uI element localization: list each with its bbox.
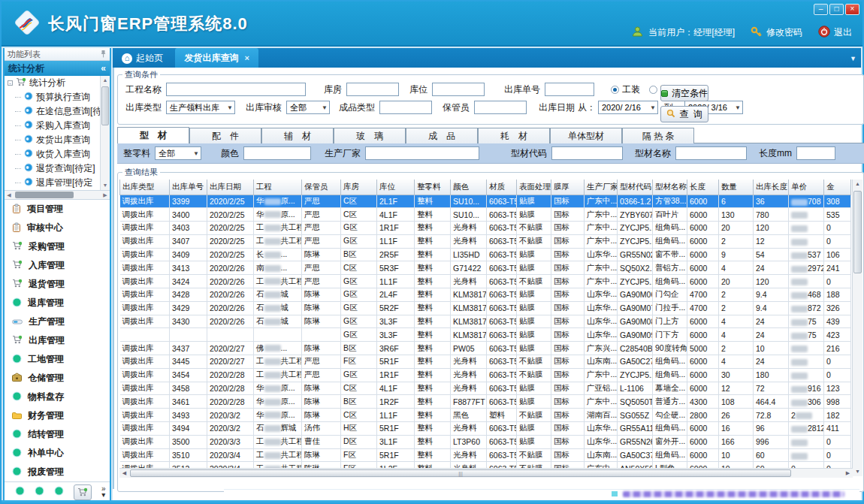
sidebar-item-结转管理[interactable]: 结转管理 <box>5 425 110 444</box>
column-header-出库长度[interactable]: 出库长度 <box>754 180 789 195</box>
tree-horizontal-scrollbar[interactable]: ◀ ▶ <box>5 191 110 200</box>
column-header-型材代码[interactable]: 型材代码 <box>618 180 653 195</box>
tree-root-statistics[interactable]: - 统计分析 <box>5 76 110 90</box>
dot-icon[interactable] <box>54 485 64 499</box>
sidebar-item-报废管理[interactable]: 报废管理 <box>5 463 110 481</box>
tree-item-预算执行查询[interactable]: 预算执行查询 <box>5 90 110 104</box>
table-row[interactable]: 调拨出库34612020/2/28华原...陈琳B区1R2F整料F8877FT6… <box>120 395 851 409</box>
column-header-表面处理[interactable]: 表面处理 <box>517 180 551 195</box>
close-button[interactable]: × <box>845 4 859 15</box>
profile-code-input[interactable] <box>551 146 623 160</box>
table-row[interactable]: 调拨出库34942020/3/2石辉城汤伟H区5R1F整料光身料6063-T5贴… <box>120 422 851 436</box>
keeper-input[interactable] <box>474 101 527 114</box>
maximize-button[interactable]: □ <box>829 4 844 15</box>
search-button[interactable]: 查 询 <box>660 106 708 122</box>
table-row[interactable]: 调拨出库35002020/3/3工共工程曹佳D区3L1F整料LT3P606063… <box>120 435 851 448</box>
tree-item-在途信息查询[待[interactable]: 在途信息查询[待 <box>5 104 110 119</box>
scroll-down-arrow[interactable]: ▼ <box>101 181 110 190</box>
tab-shipping-outbound-query[interactable]: 发货出库查询 × <box>175 48 258 68</box>
scroll-right-arrow[interactable]: ▶ <box>843 469 853 478</box>
column-header-库房[interactable]: 库房 <box>341 180 377 195</box>
scrollbar-thumb[interactable]: ||| <box>130 469 791 477</box>
tree-item-退货查询[待定][interactable]: 退货查询[待定] <box>5 161 110 176</box>
table-row[interactable]: G区3L3F整料KLM38176063-T5贴膜国标山东华...GA90M09.… <box>120 328 851 342</box>
tree-item-退库管理[待定[interactable]: 退库管理[待定 <box>5 176 110 190</box>
length-input[interactable] <box>796 146 835 160</box>
product-type-input[interactable] <box>379 101 432 114</box>
column-header-长度[interactable]: 长度 <box>687 180 719 195</box>
logout-button[interactable]: 退出 <box>818 26 852 40</box>
collapse-icon[interactable]: « <box>101 63 106 74</box>
material-tab-玻璃[interactable]: 玻 璃 <box>334 128 406 143</box>
tree-expander-icon[interactable]: - <box>8 80 13 86</box>
sidebar-item-财务管理[interactable]: 财务管理 <box>5 406 110 425</box>
scrollbar-thumb[interactable] <box>101 86 109 125</box>
column-header-出库日期[interactable]: 出库日期 <box>207 180 254 195</box>
dot-icon[interactable] <box>35 485 44 499</box>
sidebar-item-补单中心[interactable]: 补单中心 <box>5 444 110 463</box>
minimize-button[interactable]: – <box>814 4 828 15</box>
table-row[interactable]: 调拨出库34292020/2/26石城陈琳G区5R2F整料KLM38176063… <box>120 301 851 315</box>
material-tab-型材[interactable]: 型 材 <box>117 127 189 143</box>
sidebar-item-工地管理[interactable]: 工地管理 <box>5 350 110 369</box>
tree-vertical-scrollbar[interactable]: ▲ ▼ <box>100 76 110 190</box>
column-header-单价[interactable]: 单价 <box>789 180 824 195</box>
warehouse-input[interactable] <box>346 83 399 96</box>
tree-item-发货出库查询[interactable]: 发货出库查询 <box>5 133 110 147</box>
table-row[interactable]: 调拨出库34582020/2/28华原...陈琳C区4L1F整料光身料6063-… <box>120 382 851 395</box>
sidebar-item-退库管理[interactable]: 退库管理 <box>5 294 110 312</box>
tab-close-icon[interactable]: × <box>244 53 249 62</box>
tree-item-采购入库查询[interactable]: 采购入库查询 <box>5 119 110 133</box>
scroll-right-arrow[interactable]: ▶ <box>101 191 110 199</box>
material-tab-辅材[interactable]: 辅 材 <box>261 128 334 143</box>
whole-part-select[interactable]: 全部▼ <box>155 146 201 160</box>
profile-name-input[interactable] <box>675 146 747 160</box>
color-input[interactable] <box>243 146 311 160</box>
table-row[interactable]: 调拨出库33992020/2/25华原...严思C区2L1F整料SU10...6… <box>120 195 851 208</box>
sidebar-item-退货管理[interactable]: 退货管理 <box>5 275 110 294</box>
manufacturer-input[interactable] <box>365 146 479 160</box>
scroll-left-arrow[interactable]: ◀ <box>119 469 129 478</box>
sidebar-item-项目管理[interactable]: 项目管理 <box>5 200 110 219</box>
date-from-picker[interactable]: 2020/ 2/16▼ <box>598 101 658 114</box>
column-header-颜色[interactable]: 颜色 <box>451 180 487 195</box>
sidebar-item-审核中心[interactable]: 审核中心 <box>5 219 110 237</box>
material-tab-隔热条[interactable]: 隔 热 条 <box>622 128 694 143</box>
grid-horizontal-scrollbar[interactable]: ◀ ||| ▶ <box>119 468 853 478</box>
column-header-数量[interactable]: 数量 <box>719 180 754 195</box>
column-header-库位[interactable]: 库位 <box>377 180 415 195</box>
table-row[interactable]: 调拨出库34372020/2/27佛...陈琳B区3R6F整料PW056063-… <box>120 342 851 355</box>
overflow-button[interactable]: »▾ <box>101 486 106 498</box>
tab-home[interactable]: ⌂ 起始页 <box>113 49 172 68</box>
table-row[interactable]: 调拨出库35102020/3/4工共工程陈琳F区5R1F整料光身料6063-T5… <box>120 448 851 462</box>
column-header-出库类型[interactable]: 出库类型 <box>120 180 170 195</box>
table-row[interactable]: 调拨出库34092020/2/25长...陈琳B区2R5F整料LI35HD606… <box>120 248 851 261</box>
grid-vertical-scrollbar[interactable]: ▲ ▼ <box>852 180 862 476</box>
material-tab-配件[interactable]: 配 件 <box>189 128 261 143</box>
cart-button[interactable] <box>74 484 92 500</box>
section-header-statistics[interactable]: 统计分析 « <box>5 61 110 76</box>
table-row[interactable]: 调拨出库34932020/3/2华原...陈琳C区1L1F整料黑色塑料不贴膜国标… <box>120 409 851 422</box>
column-header-生产厂家[interactable]: 生产厂家 <box>585 180 618 195</box>
column-header-型材名称[interactable]: 型材名称 <box>653 180 687 195</box>
table-row[interactable]: 调拨出库34032020/2/25工共工程严思G区1R1F整料光身料6063-T… <box>120 222 851 235</box>
scroll-up-arrow[interactable]: ▲ <box>853 180 862 189</box>
table-row[interactable]: 调拨出库34242020/2/26工共工程严思G区1L1F整料光身料6063-T… <box>120 275 851 288</box>
table-row[interactable]: 调拨出库34132020/2/26南...严思C区5R3F整料G71422606… <box>120 261 851 275</box>
tree-item-收货入库查询[interactable]: 收货入库查询 <box>5 147 110 161</box>
sidebar-item-生产管理[interactable]: 生产管理 <box>5 312 110 331</box>
material-tab-成品[interactable]: 成 品 <box>406 128 478 143</box>
column-header-材质[interactable]: 材质 <box>487 180 517 195</box>
table-row[interactable]: 调拨出库34452020/2/27工共工程严思F区5R1F整料光身料6063-T… <box>120 355 851 369</box>
dot-icon[interactable] <box>15 485 25 499</box>
order-no-input[interactable] <box>545 83 594 96</box>
table-row[interactable]: 调拨出库34072020/2/25工共工程严思G区1L1F整料光身料6063-T… <box>120 234 851 248</box>
scroll-down-arrow[interactable]: ▼ <box>853 467 862 476</box>
scrollbar-thumb[interactable] <box>15 192 74 198</box>
change-password-button[interactable]: 修改密码 <box>751 26 802 40</box>
table-row[interactable]: 调拨出库34302020/2/26石城陈琳G区3L3F整料KLM38176063… <box>120 315 851 328</box>
sidebar-item-仓储管理[interactable]: 仓储管理 <box>5 369 110 388</box>
column-header-整零料[interactable]: 整零料 <box>415 180 451 195</box>
column-header-金[interactable]: 金 <box>824 180 851 195</box>
scroll-up-arrow[interactable]: ▲ <box>101 76 110 85</box>
